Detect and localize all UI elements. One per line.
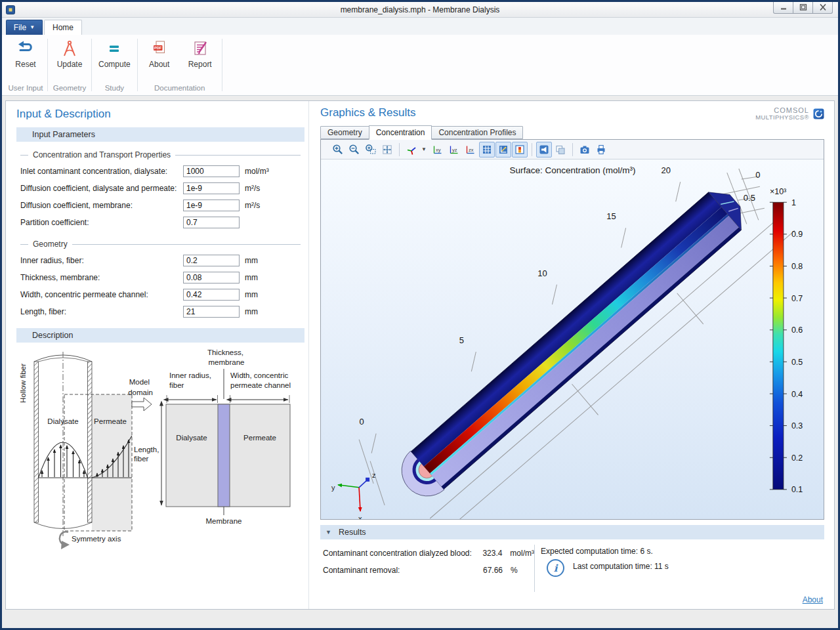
toolbar-separator bbox=[572, 143, 573, 156]
scene-light-icon bbox=[538, 144, 550, 156]
arrow-right-icon bbox=[132, 398, 152, 411]
minimize-button[interactable] bbox=[773, 1, 793, 14]
toolbar-separator bbox=[399, 143, 400, 156]
view-yz-button[interactable]: yz bbox=[446, 142, 462, 158]
graphics-toolbar: ▼ xy yz bbox=[321, 140, 824, 159]
permeate-region-fill bbox=[92, 394, 132, 531]
svg-text:yz: yz bbox=[452, 146, 457, 152]
diffusion-membrane-input[interactable] bbox=[183, 200, 240, 211]
result-value: 323.4 bbox=[482, 549, 510, 558]
file-menu-button[interactable]: File ▼ bbox=[6, 20, 43, 35]
show-grid-button[interactable] bbox=[479, 142, 495, 158]
length-tick-0: 0 bbox=[359, 417, 364, 427]
tab-concentration[interactable]: Concentration bbox=[369, 125, 432, 140]
svg-text:xy: xy bbox=[436, 146, 441, 152]
view-orientation-dropdown[interactable]: ▼ bbox=[420, 142, 429, 158]
report-button[interactable]: Report bbox=[182, 37, 218, 69]
plot-canvas[interactable]: Surface: Concentration (mol/m³) bbox=[321, 159, 824, 519]
app-window: membrane_dialysis.mph - Membrane Dialysi… bbox=[0, 0, 840, 630]
svg-text:0.6: 0.6 bbox=[791, 326, 803, 335]
colorbar: ×10³ 1 0.9 0.8 0.7 0.6 0.5 0.4 0.3 0.2 bbox=[770, 187, 803, 494]
zoom-extents-button[interactable] bbox=[379, 142, 395, 158]
maximize-button[interactable] bbox=[793, 1, 813, 14]
expected-computation-time: Expected computation time: 6 s. bbox=[541, 547, 669, 556]
membrane-label: Membrane bbox=[206, 517, 242, 525]
diffusion-dialysate-input[interactable] bbox=[183, 182, 240, 194]
colorbar-multiplier: ×10³ bbox=[770, 187, 786, 196]
camera-icon bbox=[579, 144, 591, 156]
inner-radius-input[interactable] bbox=[183, 255, 240, 266]
maximize-icon bbox=[799, 4, 807, 10]
print-button[interactable] bbox=[593, 142, 609, 158]
ribbon-separator bbox=[222, 39, 222, 91]
chevron-down-icon: ▼ bbox=[30, 25, 35, 30]
show-color-legend-button[interactable] bbox=[512, 142, 528, 158]
transparency-icon bbox=[555, 144, 566, 156]
window-controls bbox=[774, 1, 833, 14]
dialysate-label-right: Dialysate bbox=[176, 434, 207, 442]
hollow-fiber-label: Hollow fiber bbox=[19, 364, 27, 403]
window-title: membrane_dialysis.mph - Membrane Dialysi… bbox=[2, 5, 838, 14]
concentration-surface-plot: Surface: Concentration (mol/m³) bbox=[321, 159, 824, 519]
main-content: Input & Description Input Parameters Con… bbox=[5, 100, 835, 610]
reset-button[interactable]: Reset bbox=[8, 37, 43, 69]
description-header: Description bbox=[16, 328, 304, 343]
svg-text:0.8: 0.8 bbox=[791, 262, 803, 271]
length-tick-15: 15 bbox=[606, 211, 616, 221]
about-button[interactable]: PDF About bbox=[142, 37, 177, 69]
results-header[interactable]: ▼ Results bbox=[320, 525, 824, 539]
length-fiber-input[interactable] bbox=[183, 306, 240, 318]
result-row-concentration: Contaminant concentration dialyzed blood… bbox=[323, 545, 534, 562]
ribbon-separator bbox=[137, 39, 138, 91]
field-width-channel: Width, concentric permeate channel: mm bbox=[20, 286, 304, 303]
fiber-diagram: Hollow fiber bbox=[11, 346, 297, 563]
thickness-membrane-input[interactable] bbox=[183, 272, 240, 284]
zoom-box-button[interactable] bbox=[363, 142, 379, 158]
svg-text:1: 1 bbox=[791, 198, 796, 207]
plot-title: Surface: Concentration (mol/m³) bbox=[509, 165, 635, 175]
ribbon-separator bbox=[91, 39, 92, 91]
membrane-strip bbox=[218, 404, 230, 507]
transparency-button[interactable] bbox=[553, 142, 568, 158]
ribbon-tab-row: File ▼ Home bbox=[2, 18, 838, 35]
plot-axes-icon bbox=[497, 144, 509, 156]
collapse-triangle-icon: ▼ bbox=[326, 529, 331, 536]
svg-text:0.9: 0.9 bbox=[791, 230, 803, 239]
svg-text:0.2: 0.2 bbox=[791, 453, 803, 463]
tab-geometry[interactable]: Geometry bbox=[320, 126, 369, 139]
compute-button[interactable]: Compute bbox=[96, 37, 133, 69]
axis-y-label: y bbox=[331, 484, 335, 492]
view-zx-button[interactable]: zx bbox=[463, 142, 478, 158]
field-inlet-concentration: Inlet contaminant concentration, dialysa… bbox=[20, 163, 304, 180]
ribbon-separator bbox=[47, 39, 48, 91]
results-content: Contaminant concentration dialyzed blood… bbox=[320, 539, 824, 592]
graphics-results-panel: Graphics & Results COMSOL MULTIPHYSICS® bbox=[309, 101, 834, 609]
model-domain-label: Model domain bbox=[128, 378, 153, 396]
svg-text:0.1: 0.1 bbox=[791, 485, 803, 494]
radial-tick-0: 0 bbox=[755, 170, 760, 180]
show-axes-button[interactable] bbox=[495, 142, 511, 158]
ribbon-group-study: Compute Study bbox=[93, 35, 136, 95]
scene-light-button[interactable] bbox=[536, 142, 552, 158]
image-snapshot-button[interactable] bbox=[577, 142, 593, 158]
tab-home[interactable]: Home bbox=[44, 20, 82, 35]
radial-tick-05: 0.5 bbox=[744, 193, 755, 203]
axis-x-label: x bbox=[358, 514, 362, 519]
partition-coefficient-input[interactable] bbox=[183, 217, 240, 228]
inlet-concentration-input[interactable] bbox=[183, 165, 240, 177]
undo-icon bbox=[16, 39, 35, 58]
ribbon-group-geometry: Update Geometry bbox=[49, 35, 91, 95]
fiber-wall-left bbox=[34, 362, 39, 522]
zoom-in-button[interactable] bbox=[330, 142, 346, 158]
about-link[interactable]: About bbox=[803, 595, 823, 604]
grid-icon bbox=[481, 144, 493, 156]
tab-concentration-profiles[interactable]: Concentration Profiles bbox=[431, 126, 523, 139]
width-channel-input[interactable] bbox=[183, 289, 240, 301]
view-xy-button[interactable]: xy bbox=[430, 142, 446, 158]
page-title: Input & Description bbox=[16, 108, 304, 121]
zoom-out-button[interactable] bbox=[346, 142, 362, 158]
view-orientation-button[interactable] bbox=[404, 142, 419, 158]
close-button[interactable] bbox=[812, 1, 833, 14]
update-button[interactable]: Update bbox=[52, 37, 87, 69]
fiber-3d-model bbox=[391, 182, 753, 507]
